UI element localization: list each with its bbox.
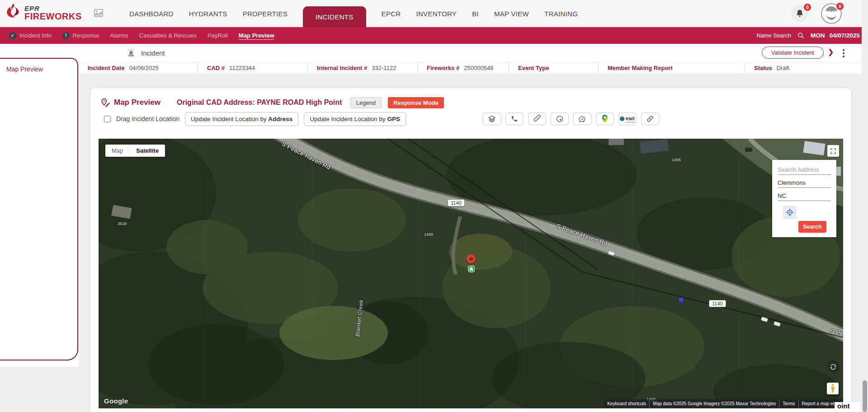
legend-button[interactable]: Legend <box>350 97 382 108</box>
field-internal-incident-number: Internal Incident #332-1122 <box>307 62 417 73</box>
street-view-pegman[interactable] <box>827 383 839 394</box>
search-address-input[interactable] <box>778 165 831 175</box>
user-avatar[interactable]: 0 <box>821 3 842 24</box>
route-shield-1140-top: 1140 <box>448 199 465 206</box>
nav-properties[interactable]: PROPERTIES <box>243 0 288 27</box>
update-location-by-gps-button[interactable]: Update Incident Location by GPS <box>304 112 406 126</box>
satellite-map[interactable]: S Peace Haven Rd S Peace Haven Rd S Pea … <box>99 139 843 408</box>
incident-summary-fields: Incident Date04/06/2025 CAD #11223344 In… <box>79 62 862 73</box>
compass-button[interactable] <box>551 112 569 125</box>
field-event-type: Event Type <box>509 62 598 73</box>
incident-header-bar: Incident ❮ Validate Incident ❯ <box>79 44 862 62</box>
response-mode-button[interactable]: Response Mode <box>388 97 444 108</box>
subnav-map-preview[interactable]: Map Preview <box>239 32 274 39</box>
map-tool-icons: esri <box>483 112 659 125</box>
clipped-address-tooltip: oint <box>835 402 860 412</box>
subnav-alarms[interactable]: Alarms <box>110 32 128 39</box>
profile-badge: 0 <box>836 3 844 10</box>
link-button[interactable] <box>641 112 659 125</box>
sidebar: Map Preview <box>0 44 79 367</box>
route-shield-1140-bottom: 1140 <box>709 300 726 307</box>
esri-label: esri <box>626 116 635 121</box>
google-maps-button[interactable] <box>596 112 614 125</box>
pegman-icon <box>830 384 835 393</box>
incident-title: Incident <box>127 44 165 62</box>
fullscreen-button[interactable] <box>827 145 839 157</box>
next-incident-chevron[interactable]: ❯ <box>828 48 834 56</box>
top-navigation-bar: EPR FIREWORKS DASHBOARD HYDRANTS PROPERT… <box>0 0 868 27</box>
page-scrollbar-track[interactable] <box>862 0 868 412</box>
map-search-button[interactable]: Search <box>798 221 826 233</box>
check-circle-icon: ✓ <box>9 32 16 39</box>
link-icon <box>646 115 654 123</box>
sidebar-item-map-preview[interactable]: Map Preview <box>6 66 43 73</box>
rotate-tilt-control[interactable] <box>827 360 840 373</box>
nav-map-view[interactable]: MAP VIEW <box>494 0 529 27</box>
field-incident-date: Incident Date04/06/2025 <box>79 62 198 73</box>
use-current-location-button[interactable] <box>783 206 797 219</box>
hydrant-marker[interactable] <box>679 298 683 302</box>
map-type-map-button[interactable]: Map <box>105 145 129 157</box>
map-search-panel: Search <box>772 160 836 237</box>
notifications-button[interactable]: 0 <box>791 5 808 22</box>
ruler-icon <box>533 115 541 123</box>
subnav-casualties[interactable]: Casualties & Rescues <box>139 32 197 39</box>
field-status: StatusDraft <box>745 62 862 73</box>
validate-incident-button[interactable]: Validate Incident <box>762 47 824 59</box>
crosshair-location-icon <box>786 208 794 217</box>
original-cad-address: Original CAD Address: PAYNE ROAD High Po… <box>177 98 342 107</box>
nav-bi[interactable]: BI <box>472 0 479 27</box>
update-location-by-address-button[interactable]: Update Incident Location by Address <box>185 112 298 126</box>
logo-flame-icon <box>5 3 22 22</box>
esri-button[interactable]: esri <box>618 112 637 125</box>
exclamation-circle-icon: ! <box>62 32 70 39</box>
field-cad-number: CAD #11223344 <box>198 62 307 73</box>
rotate-icon <box>830 362 837 370</box>
name-search-button[interactable]: Name Search <box>756 33 791 39</box>
nav-epcr[interactable]: EPCR <box>382 0 401 27</box>
home-marker[interactable] <box>468 266 475 272</box>
drag-incident-location-label: Drag Incident Location <box>116 115 179 122</box>
field-member-making-report: Member Making Report <box>598 62 745 73</box>
incident-location-marker[interactable] <box>467 254 476 263</box>
esri-globe-icon <box>620 117 624 121</box>
subnav-response[interactable]: ! Response <box>62 32 99 39</box>
google-logo: Google <box>104 397 128 405</box>
house-number: 1490 <box>424 232 433 237</box>
nav-inventory[interactable]: INVENTORY <box>416 0 457 27</box>
nav-training[interactable]: TRAINING <box>544 0 578 27</box>
map-preview-title: Map Preview <box>114 98 160 107</box>
phone-button[interactable] <box>505 112 524 125</box>
city-input[interactable] <box>778 178 831 188</box>
state-input[interactable] <box>778 192 831 201</box>
map-toolbar: Drag Incident Location Update Incident L… <box>104 112 841 126</box>
compass-icon <box>556 115 564 123</box>
search-icon[interactable] <box>797 32 804 39</box>
nav-incidents[interactable]: INCIDENTS <box>303 6 366 27</box>
app-logo[interactable]: EPR FIREWORKS <box>5 3 82 22</box>
primary-nav: DASHBOARD HYDRANTS PROPERTIES INCIDENTS … <box>129 0 578 27</box>
field-fireworks-number: Fireworks #250000548 <box>417 62 509 73</box>
logo-line2: FIREWORKS <box>24 12 82 21</box>
subnav-incident-info[interactable]: ✓ Incident Info <box>9 32 52 39</box>
map-data-credit: Map data ©2025 Google Imagery ©2025 Maxa… <box>649 399 779 408</box>
more-options-kebab-icon[interactable] <box>840 48 847 58</box>
subnav-payroll[interactable]: PayRoll <box>208 32 228 39</box>
layers-button[interactable] <box>483 112 501 125</box>
keyboard-shortcuts-link[interactable]: Keyboard shortcuts <box>604 399 649 408</box>
waze-button[interactable] <box>573 112 591 125</box>
nav-hydrants[interactable]: HYDRANTS <box>189 0 227 27</box>
page-scrollbar-thumb[interactable] <box>863 380 867 412</box>
siren-icon <box>127 49 136 57</box>
terms-link[interactable]: Terms <box>779 399 798 408</box>
map-pin-edit-icon <box>100 98 110 108</box>
nav-dashboard[interactable]: DASHBOARD <box>129 0 174 27</box>
bell-icon <box>795 9 804 18</box>
map-preview-card: Map Preview Original CAD Address: PAYNE … <box>90 88 851 412</box>
layers-icon <box>488 115 496 123</box>
incident-subnav: ✓ Incident Info ! Response Alarms Casual… <box>0 27 868 44</box>
drag-incident-location-checkbox[interactable] <box>104 116 111 122</box>
broken-image-icon <box>94 9 103 17</box>
ruler-button[interactable] <box>528 112 546 125</box>
map-type-satellite-button[interactable]: Satellite <box>129 145 165 157</box>
